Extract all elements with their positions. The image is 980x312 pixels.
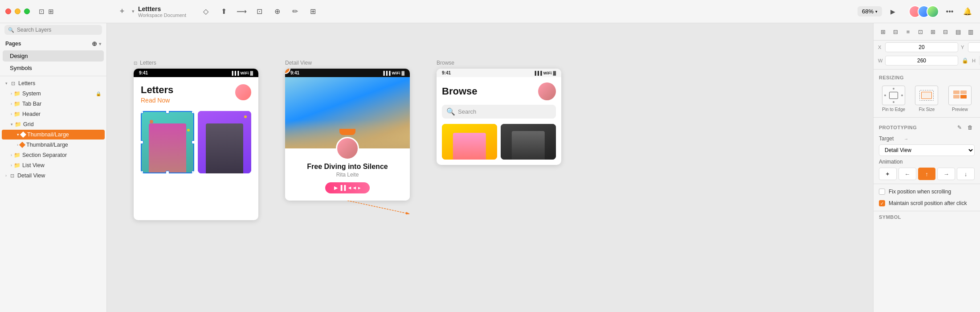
layer-thumbnail-large-2[interactable]: › Thumbnail/Large: [2, 140, 105, 150]
layer-system[interactable]: › 📁 System 🔒: [2, 89, 105, 99]
anim-up-btn[interactable]: ↑: [918, 168, 936, 180]
diamond-tool[interactable]: ◇: [199, 4, 213, 19]
top-toolbar: ⊡ ⊞ + ▾ Lettters Workspace Document ◇ ⬆ …: [0, 0, 980, 23]
close-button[interactable]: [5, 8, 11, 14]
letters-title: Letters: [141, 84, 251, 96]
y-label: Y: [961, 45, 966, 50]
collaborator-avatars: [909, 5, 939, 18]
w-input[interactable]: [885, 56, 958, 66]
x-field: X: [878, 42, 958, 52]
fix-size-option[interactable]: Fix Size: [915, 86, 938, 112]
layer-letters[interactable]: ▾ ⊡ Letters: [2, 78, 105, 88]
browse-label-text: Browse: [437, 60, 454, 66]
add-button[interactable]: +: [116, 5, 128, 18]
view-mode-icon[interactable]: ⊡: [39, 8, 45, 16]
page-design[interactable]: Design: [3, 50, 104, 62]
play-button[interactable]: ▶: [886, 4, 900, 19]
layer-detail-view[interactable]: › ⊡ Detail View: [2, 171, 105, 181]
more-options-button[interactable]: •••: [943, 4, 957, 19]
anim-magic-btn[interactable]: ✦: [879, 168, 897, 180]
pages-chevron[interactable]: ▾: [99, 41, 101, 46]
layers-list: ▾ ⊡ Letters › 📁 System 🔒 › 📁 Tab Bar › 📁: [0, 78, 106, 312]
letters-artboard[interactable]: ⊡ Letters 9:41 ▐▐▐ WiFi ▓ Letters R: [134, 60, 258, 220]
zoom-control[interactable]: 68% ▾: [858, 6, 882, 16]
browse-search-bar[interactable]: 🔍 Search: [442, 105, 556, 119]
browse-artboard[interactable]: Browse 9:41 ▐▐▐ WiFi ▓ Browse: [437, 60, 561, 165]
letters-frame-content: 9:41 ▐▐▐ WiFi ▓ Letters Read Now: [134, 69, 258, 220]
pin-to-edge-option[interactable]: Pin to Edge: [882, 86, 905, 112]
distribute-h-btn[interactable]: ▤: [952, 27, 964, 37]
layer-grid-label: Grid: [23, 121, 34, 127]
animation-section: Animation ✦ ← ↑ → ↓: [874, 157, 980, 182]
preview-option[interactable]: Preview: [948, 86, 972, 112]
layers-search[interactable]: 🔍: [4, 25, 102, 35]
grid-view-icon[interactable]: ⊞: [48, 8, 54, 16]
align-center-h-btn[interactable]: ⊟: [890, 27, 902, 37]
layer-header-label: Header: [22, 111, 41, 117]
pen-tool[interactable]: ✏: [288, 4, 302, 19]
frame-tool[interactable]: ⊞: [306, 4, 320, 19]
y-input[interactable]: [968, 42, 980, 52]
component-tool[interactable]: ⊕: [270, 4, 284, 19]
layer-thumbnail-2-label: Thumbnail/Large: [26, 142, 68, 148]
chevron-right-icon4: ›: [17, 143, 18, 147]
layer-grid[interactable]: ▾ 📁 Grid: [2, 119, 105, 129]
distribute-v-btn[interactable]: ▥: [965, 27, 976, 37]
lock-aspect-icon[interactable]: 🔒: [961, 57, 969, 64]
align-right-btn[interactable]: ≡: [902, 27, 914, 37]
page-symbols[interactable]: Symbols: [3, 62, 104, 74]
detail-cta-button[interactable]: ▶ ▐▐ ◄◄ ▸: [325, 182, 370, 193]
anim-left-btn[interactable]: ←: [898, 168, 916, 180]
browse-search-icon: 🔍: [446, 107, 455, 116]
folder-icon: 📁: [14, 90, 20, 97]
x-input[interactable]: [885, 42, 958, 52]
maximize-button[interactable]: [24, 8, 30, 14]
align-middle-btn[interactable]: ⊞: [927, 27, 939, 37]
detail-time: 9:41: [290, 70, 299, 75]
zoom-chevron: ▾: [875, 9, 878, 14]
letters-subtitle: Read Now: [141, 97, 251, 104]
chevron-right-icon: ›: [11, 91, 12, 96]
chevron-right-icon5: ›: [11, 153, 12, 157]
anim-right-btn[interactable]: →: [937, 168, 955, 180]
notification-bell[interactable]: 🔔: [960, 4, 975, 19]
folder-icon2: 📁: [14, 101, 20, 107]
layer-section-separator[interactable]: › 📁 Section Separator: [2, 150, 105, 160]
prototype-tool[interactable]: ⊡: [252, 4, 266, 19]
maintain-scroll-label: Maintain scroll position after click: [889, 200, 967, 206]
dropdown-arrow[interactable]: ▾: [132, 8, 135, 14]
target-arrow: →: [904, 136, 908, 141]
proto-delete-btn[interactable]: 🗑: [966, 123, 975, 132]
fix-position-row[interactable]: Fix position when scrolling: [874, 186, 980, 197]
layer-thumbnail-1-label: Thumbnail/Large: [27, 131, 69, 138]
layer-tabbar[interactable]: › 📁 Tab Bar: [2, 99, 105, 109]
maintain-scroll-row[interactable]: ✓ Maintain scroll position after click: [874, 197, 980, 209]
minimize-button[interactable]: [15, 8, 20, 14]
align-top-btn[interactable]: ⊡: [915, 27, 927, 37]
maintain-scroll-checkbox[interactable]: ✓: [879, 200, 885, 206]
letters-time: 9:41: [139, 70, 148, 75]
layer-thumbnail-large-1[interactable]: ▾ Thumbnail/Large: [2, 130, 105, 140]
detail-artboard[interactable]: Detail View ✕ 9:41 ▐▐▐ WiFi ▓: [285, 60, 410, 201]
target-row: Target →: [874, 134, 980, 144]
anim-down-btn[interactable]: ↓: [957, 168, 975, 180]
layer-header[interactable]: › 📁 Header: [2, 109, 105, 119]
target-select[interactable]: Detail View: [879, 144, 975, 156]
lock-icon: 🔒: [96, 91, 101, 96]
upload-tool[interactable]: ⬆: [216, 4, 231, 19]
document-type: Workspace Document: [138, 12, 186, 18]
chevron-right-icon6: ›: [11, 163, 12, 168]
layers-search-input[interactable]: [17, 27, 98, 33]
browse-card-2: [501, 124, 556, 160]
flow-tool[interactable]: ⟿: [234, 4, 249, 19]
add-page-button[interactable]: ⊕: [92, 40, 97, 47]
chevron-right-icon2: ›: [11, 102, 12, 106]
align-bottom-btn[interactable]: ⊟: [940, 27, 951, 37]
prototyping-title: PROTOTYPING: [879, 125, 917, 130]
layer-list-view[interactable]: › 📁 List View: [2, 160, 105, 170]
fix-position-checkbox[interactable]: [879, 189, 885, 195]
align-left-btn[interactable]: ⊞: [878, 27, 889, 37]
signal-icon: ▐▐▐: [230, 71, 239, 75]
proto-edit-btn[interactable]: ✎: [955, 123, 964, 132]
canvas[interactable]: ⊡ Letters 9:41 ▐▐▐ WiFi ▓ Letters R: [107, 23, 873, 312]
